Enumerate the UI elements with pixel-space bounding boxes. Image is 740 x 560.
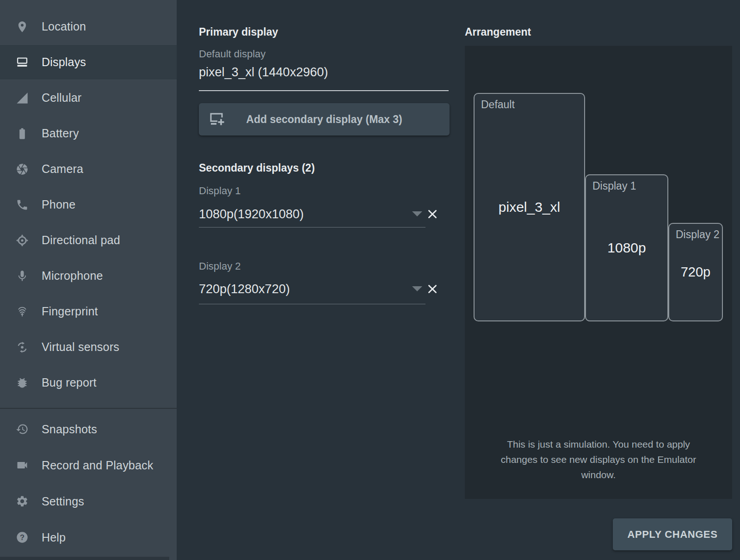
display-2-underline: [199, 304, 426, 304]
sidebar-item-camera[interactable]: Camera: [0, 151, 177, 187]
sidebar-item-label: Virtual sensors: [42, 340, 119, 354]
location-icon: [16, 20, 29, 33]
sidebar-item-label: Record and Playback: [42, 459, 153, 472]
sidebar-item-bug-report[interactable]: Bug report: [0, 365, 177, 400]
secondary-displays-heading: Secondary displays (2): [199, 162, 315, 174]
sidebar-item-settings[interactable]: Settings: [0, 483, 177, 519]
sidebar-item-label: Microphone: [42, 269, 103, 283]
arrangement-box-value: 1080p: [586, 175, 667, 320]
camera-icon: [16, 163, 29, 176]
sidebar-item-label: Bug report: [42, 376, 97, 389]
settings-icon: [16, 495, 29, 508]
svg-text:?: ?: [20, 533, 25, 542]
primary-display-heading: Primary display: [199, 26, 278, 38]
arrangement-heading: Arrangement: [465, 26, 531, 38]
sidebar-item-label: Location: [42, 20, 86, 33]
remove-display-2-button[interactable]: [426, 283, 438, 295]
sidebar-item-label: Phone: [42, 198, 75, 211]
battery-icon: [16, 127, 29, 140]
sidebar: Location Displays Cellular Battery: [0, 0, 177, 560]
remove-display-1-button[interactable]: [426, 208, 438, 220]
sidebar-item-fingerprint[interactable]: Fingerprint: [0, 294, 177, 329]
sidebar-item-microphone[interactable]: Microphone: [0, 258, 177, 294]
default-display-label: Default display: [199, 48, 265, 60]
chevron-down-icon[interactable]: [412, 211, 422, 216]
sidebar-item-label: Fingerprint: [42, 305, 98, 318]
sidebar-item-cellular[interactable]: Cellular: [0, 80, 177, 116]
sidebar-item-virtual-sensors[interactable]: Virtual sensors: [0, 329, 177, 365]
add-secondary-display-button[interactable]: Add secondary display (Max 3): [199, 103, 450, 135]
display-1-label: Display 1: [199, 185, 240, 197]
sidebar-item-label: Settings: [42, 495, 84, 508]
help-icon: ?: [16, 531, 29, 544]
sidebar-item-label: Help: [42, 531, 66, 544]
sidebar-bottom-strip: [0, 557, 169, 560]
arrangement-box-value: pixel_3_xl: [475, 94, 584, 320]
arrangement-box-display-1[interactable]: Display 1 1080p: [585, 174, 668, 321]
bug-report-icon: [16, 376, 29, 389]
fingerprint-icon: [16, 305, 29, 318]
sidebar-item-displays[interactable]: Displays: [0, 44, 177, 80]
sidebar-section-main: Location Displays Cellular Battery: [0, 9, 177, 400]
arrangement-box-display-2[interactable]: Display 2 720p: [668, 223, 723, 321]
cellular-icon: [16, 92, 29, 105]
default-display-value: pixel_3_xl (1440x2960): [199, 65, 328, 80]
microphone-icon: [16, 270, 29, 283]
sidebar-item-label: Directional pad: [42, 234, 120, 247]
display-2-label: Display 2: [199, 260, 240, 272]
display-1-dropdown-value[interactable]: 1080p(1920x1080): [199, 207, 304, 222]
add-display-icon: [209, 112, 226, 127]
add-secondary-display-label: Add secondary display (Max 3): [199, 113, 450, 126]
sidebar-item-label: Battery: [42, 127, 79, 140]
simulation-note: This is just a simulation. You need to a…: [490, 437, 707, 482]
phone-icon: [16, 198, 29, 211]
sidebar-item-label: Displays: [42, 55, 86, 69]
sidebar-item-phone[interactable]: Phone: [0, 187, 177, 222]
virtual-sensors-icon: [16, 341, 29, 354]
sidebar-item-label: Camera: [42, 162, 83, 176]
sidebar-item-battery[interactable]: Battery: [0, 116, 177, 151]
arrangement-box-default[interactable]: Default pixel_3_xl: [474, 93, 585, 321]
snapshots-icon: [16, 423, 29, 436]
sidebar-item-directional-pad[interactable]: Directional pad: [0, 222, 177, 258]
display-1-underline: [199, 227, 426, 228]
sidebar-item-snapshots[interactable]: Snapshots: [0, 411, 177, 447]
sidebar-item-record-and-playback[interactable]: Record and Playback: [0, 447, 177, 483]
sidebar-divider: [0, 408, 177, 409]
apply-changes-button[interactable]: APPLY CHANGES: [613, 518, 732, 550]
sidebar-section-secondary: Snapshots Record and Playback Settings ?…: [0, 411, 177, 555]
arrangement-box-value: 720p: [669, 224, 722, 320]
default-display-underline: [199, 90, 449, 91]
sidebar-item-location[interactable]: Location: [0, 9, 177, 44]
sidebar-item-help[interactable]: ? Help: [0, 519, 177, 555]
arrangement-panel: Default pixel_3_xl Display 1 1080p Displ…: [465, 46, 732, 499]
extended-controls-window: Location Displays Cellular Battery: [0, 0, 740, 560]
record-icon: [16, 459, 29, 472]
dpad-icon: [16, 234, 29, 247]
sidebar-item-label: Cellular: [42, 91, 81, 105]
sidebar-item-label: Snapshots: [42, 423, 97, 436]
chevron-down-icon[interactable]: [412, 286, 422, 291]
display-2-dropdown-value[interactable]: 720p(1280x720): [199, 282, 290, 296]
displays-icon: [16, 56, 29, 69]
